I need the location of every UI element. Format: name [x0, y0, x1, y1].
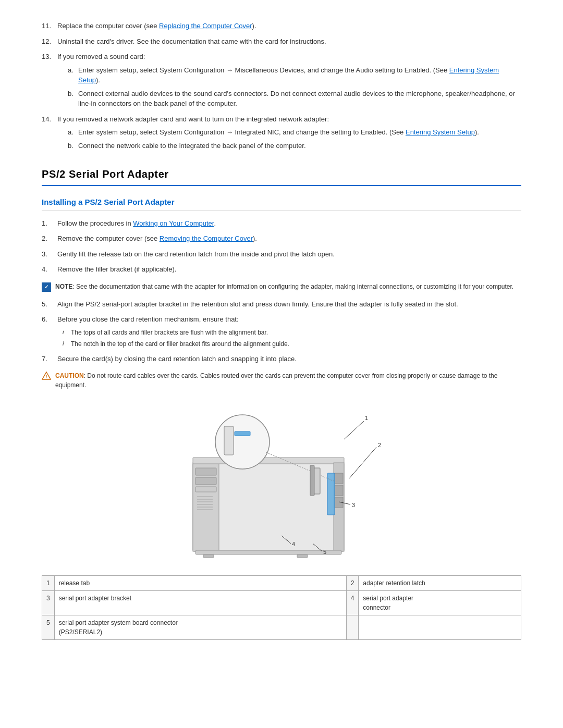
zoom-circle	[215, 415, 270, 469]
step-number: 7.	[42, 354, 47, 364]
alpha-label: b.	[68, 141, 74, 151]
sub-item-14b: b. Connect the network cable to the inte…	[68, 141, 521, 151]
parts-table: 1 release tab 2 adapter retention latch …	[42, 575, 521, 640]
step-number: 2.	[42, 233, 47, 244]
install-steps-1: 1. Follow the procedures in Working on Y…	[42, 218, 521, 275]
install-steps-2: 5. Align the PS/2 serial-port adapter br…	[42, 299, 521, 364]
list-item-11: 11. Replace the computer cover (see Repl…	[42, 21, 521, 31]
step-text: Secure the card(s) by closing the card r…	[57, 355, 297, 363]
caution-text: CAUTION: Do not route card cables over t…	[55, 371, 521, 390]
svg-rect-19	[195, 550, 341, 554]
item-number: 13.	[42, 52, 51, 62]
note-content: See the documentation that came with the…	[76, 283, 513, 290]
part-num-2: 2	[346, 575, 359, 590]
diagram-svg: 1 2 3 4 5	[162, 400, 401, 562]
note-box: ✓ NOTE: See the documentation that came …	[42, 282, 521, 292]
step-text: Gently lift the release tab on the card …	[57, 250, 335, 258]
label-1-text: 1	[365, 415, 368, 421]
note-icon: ✓	[42, 282, 51, 292]
step-number: 3.	[42, 249, 47, 260]
step-number: 5.	[42, 299, 47, 310]
removing-cover-link[interactable]: Removing the Computer Cover	[160, 235, 253, 242]
sub-item-text: Enter system setup, select System Config…	[78, 128, 479, 136]
alpha-label: a.	[68, 127, 74, 138]
caution-content: Do not route card cables over the cards.…	[55, 372, 497, 389]
item-number: 12.	[42, 36, 51, 47]
note-label: NOTE	[55, 283, 72, 290]
step-text: Remove the computer cover (see Removing …	[57, 235, 257, 242]
item-number: 11.	[42, 21, 51, 31]
table-row-1: 1 release tab 2 adapter retention latch	[42, 575, 521, 590]
sub-title: Installing a PS/2 Serial Port Adapter	[42, 196, 521, 211]
label-3-text: 3	[352, 502, 355, 508]
part-label-1: release tab	[54, 575, 346, 590]
item-text: Uninstall the card's driver. See the doc…	[57, 38, 326, 45]
install-step-4: 4. Remove the filler bracket (if applica…	[42, 264, 521, 275]
svg-rect-15	[335, 473, 343, 484]
svg-rect-16	[335, 485, 343, 496]
caution-icon: !	[42, 371, 51, 380]
part-label-2: adapter retention latch	[359, 575, 521, 590]
install-step-3: 3. Gently lift the release tab on the ca…	[42, 249, 521, 260]
item-text: If you removed a sound card:	[57, 53, 145, 60]
svg-rect-6	[195, 487, 216, 492]
section-title: PS/2 Serial Port Adapter	[42, 166, 521, 186]
step-number: 1.	[42, 218, 47, 229]
item-text: Replace the computer cover (see Replacin…	[57, 22, 256, 30]
part-num-1: 1	[42, 575, 55, 590]
part-label-3: serial port adapter bracket	[54, 590, 346, 615]
svg-rect-20	[203, 554, 214, 558]
replacing-cover-link[interactable]: Replacing the Computer Cover	[159, 22, 252, 30]
step-text: Align the PS/2 serial-port adapter brack…	[57, 300, 458, 308]
step-number: 4.	[42, 264, 47, 275]
sub-item-text: Connect external audio devices to the so…	[78, 90, 515, 108]
list-item-14: 14. If you removed a network adapter car…	[42, 114, 521, 151]
part-num-3: 3	[42, 590, 55, 615]
install-step-7: 7. Secure the card(s) by closing the car…	[42, 354, 521, 364]
svg-line-28	[349, 447, 376, 478]
item-number: 14.	[42, 114, 51, 125]
alpha-label: b.	[68, 89, 74, 99]
part-label-empty	[359, 615, 521, 639]
install-step-6: 6. Before you close the card retention m…	[42, 314, 521, 349]
step-text: Before you close the card retention mech…	[57, 315, 239, 323]
install-step-5: 5. Align the PS/2 serial-port adapter br…	[42, 299, 521, 310]
alpha-label: a.	[68, 65, 74, 76]
computer-chassis	[193, 458, 344, 558]
part-label-5: serial port adapter system board connect…	[54, 615, 346, 639]
working-on-computer-link[interactable]: Working on Your Computer	[133, 219, 214, 227]
svg-rect-5	[195, 477, 216, 485]
install-step-2: 2. Remove the computer cover (see Removi…	[42, 233, 521, 244]
part-num-5: 5	[42, 615, 55, 639]
note-text: NOTE: See the documentation that came wi…	[55, 282, 513, 291]
svg-rect-22	[224, 426, 234, 455]
list-item-12: 12. Uninstall the card's driver. See the…	[42, 36, 521, 47]
sub-item-text: Connect the network cable to the integra…	[78, 142, 306, 150]
part-label-4: serial port adapterconnector	[359, 590, 521, 615]
diagram-container: 1 2 3 4 5	[162, 400, 401, 565]
bullet-list-6: The tops of all cards and filler bracket…	[63, 328, 521, 349]
table-row-2: 3 serial port adapter bracket 4 serial p…	[42, 590, 521, 615]
bullet-item-1: The tops of all cards and filler bracket…	[63, 328, 521, 337]
svg-line-27	[344, 421, 364, 439]
svg-rect-21	[297, 554, 308, 558]
svg-rect-13	[193, 458, 344, 464]
svg-text:!: !	[46, 374, 47, 379]
bullet-item-2: The notch in the top of the card or fill…	[63, 339, 521, 349]
entering-system-setup-link-b[interactable]: Entering System Setup	[406, 128, 475, 136]
sub-item-13a: a. Enter system setup, select System Con…	[68, 65, 521, 85]
part-num-empty	[346, 615, 359, 639]
table-row-3: 5 serial port adapter system board conne…	[42, 615, 521, 639]
list-item-13: 13. If you removed a sound card: a. Ente…	[42, 52, 521, 109]
label-5-text: 5	[323, 549, 326, 555]
sub-item-13b: b. Connect external audio devices to the…	[68, 89, 521, 109]
entering-system-setup-link-a[interactable]: Entering System Setup	[78, 66, 499, 84]
sub-list-13: a. Enter system setup, select System Con…	[68, 65, 521, 109]
content-area: 11. Replace the computer cover (see Repl…	[42, 21, 521, 640]
sub-item-14a: a. Enter system setup, select System Con…	[68, 127, 521, 138]
install-step-1: 1. Follow the procedures in Working on Y…	[42, 218, 521, 229]
sub-item-text: Enter system setup, select System Config…	[78, 66, 499, 84]
step-text: Remove the filler bracket (if applicable…	[57, 265, 176, 273]
top-numbered-list: 11. Replace the computer cover (see Repl…	[42, 21, 521, 151]
sub-list-14: a. Enter system setup, select System Con…	[68, 127, 521, 151]
